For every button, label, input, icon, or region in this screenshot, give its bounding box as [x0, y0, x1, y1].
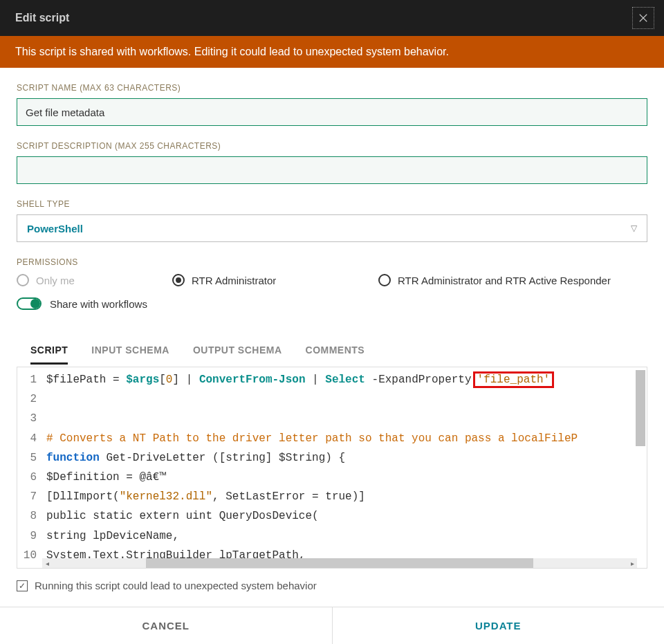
editor-code[interactable]: $filePath = $args[0] | ConvertFrom-Json … — [42, 367, 647, 568]
code-editor[interactable]: 1 2 3 4 5 6 7 8 9 10 $filePath = $args[0… — [17, 367, 647, 569]
editor-gutter: 1 2 3 4 5 6 7 8 9 10 — [17, 367, 42, 568]
modal-title: Edit script — [15, 12, 69, 24]
shell-type-label: SHELL TYPE — [17, 199, 647, 209]
confirm-label: Running this script could lead to unexpe… — [35, 580, 317, 591]
gutter-ln: 2 — [17, 389, 37, 409]
confirm-row: ✓ Running this script could lead to unex… — [17, 580, 647, 591]
gutter-ln: 8 — [17, 506, 37, 526]
radio-icon — [172, 274, 185, 286]
hscroll-thumb[interactable] — [146, 558, 533, 568]
modal-header: Edit script — [0, 0, 664, 36]
share-workflows-label: Share with workflows — [50, 298, 147, 310]
update-button[interactable]: UPDATE — [333, 607, 665, 644]
gutter-ln: 9 — [17, 526, 37, 546]
gutter-ln: 6 — [17, 468, 37, 487]
radio-rtr-admin-label: RTR Administrator — [192, 275, 276, 286]
script-name-label: SCRIPT NAME (MAX 63 CHARACTERS) — [17, 83, 647, 93]
cancel-button[interactable]: CANCEL — [0, 607, 333, 644]
gutter-ln: 4 — [17, 429, 37, 448]
field-script-description: SCRIPT DESCRIPTION (MAX 255 CHARACTERS) — [17, 141, 647, 184]
radio-icon — [378, 274, 391, 286]
code-line: string lpDeviceName, — [46, 526, 644, 546]
code-line — [46, 409, 644, 428]
code-line: [DllImport("kernel32.dll", SetLastError … — [46, 487, 644, 506]
highlight-file-path: 'file_path' — [473, 371, 555, 388]
radio-only-me-label: Only me — [36, 275, 75, 286]
horizontal-scrollbar[interactable]: ◂ ▸ — [42, 558, 637, 568]
script-name-input[interactable] — [17, 98, 647, 126]
code-line — [46, 389, 644, 409]
gutter-ln: 5 — [17, 448, 37, 468]
shell-type-select[interactable]: PowerShell ▽ — [17, 214, 647, 242]
tab-comments[interactable]: COMMENTS — [306, 344, 365, 365]
share-workflows-row: Share with workflows — [17, 297, 647, 310]
code-line: $filePath = $args[0] | ConvertFrom-Json … — [46, 370, 644, 389]
script-description-input[interactable] — [17, 156, 647, 184]
code-line: $Definition = @â€™ — [46, 468, 644, 487]
modal-footer: CANCEL UPDATE — [0, 607, 664, 644]
close-icon — [637, 12, 649, 24]
close-button[interactable] — [632, 7, 654, 29]
radio-only-me: Only me — [17, 274, 172, 286]
tab-input-schema[interactable]: INPUT SCHEMA — [91, 344, 169, 365]
code-line: public static extern uint QueryDosDevice… — [46, 506, 644, 526]
chevron-down-icon: ▽ — [631, 223, 637, 233]
tab-script[interactable]: SCRIPT — [30, 344, 68, 365]
permissions-label: PERMISSIONS — [17, 257, 647, 267]
shell-type-value: PowerShell — [27, 223, 83, 234]
form-body: SCRIPT NAME (MAX 63 CHARACTERS) SCRIPT D… — [0, 68, 664, 310]
tab-output-schema[interactable]: OUTPUT SCHEMA — [193, 344, 282, 365]
permissions-radios: Only me RTR Administrator RTR Administra… — [17, 274, 647, 286]
field-permissions: PERMISSIONS Only me RTR Administrator RT… — [17, 257, 647, 310]
scroll-left-icon[interactable]: ◂ — [42, 560, 52, 567]
radio-rtr-admin-active[interactable]: RTR Administrator and RTR Active Respond… — [378, 274, 611, 286]
radio-icon — [17, 274, 29, 286]
share-workflows-toggle[interactable] — [17, 297, 42, 310]
vertical-scrollbar[interactable] — [636, 370, 645, 446]
radio-rtr-admin[interactable]: RTR Administrator — [172, 274, 378, 286]
script-description-label: SCRIPT DESCRIPTION (MAX 255 CHARACTERS) — [17, 141, 647, 151]
warning-banner: This script is shared with workflows. Ed… — [0, 36, 664, 68]
code-line: function Get-DriveLetter ([string] $Stri… — [46, 448, 644, 468]
field-shell-type: SHELL TYPE PowerShell ▽ — [17, 199, 647, 242]
radio-rtr-admin-active-label: RTR Administrator and RTR Active Respond… — [398, 275, 611, 286]
gutter-ln: 10 — [17, 546, 37, 565]
editor-tabs: SCRIPT INPUT SCHEMA OUTPUT SCHEMA COMMEN… — [0, 325, 664, 365]
scroll-right-icon[interactable]: ▸ — [627, 560, 637, 567]
gutter-ln: 3 — [17, 409, 37, 428]
gutter-ln: 7 — [17, 487, 37, 506]
confirm-checkbox[interactable]: ✓ — [17, 580, 28, 591]
gutter-ln: 1 — [17, 370, 37, 389]
field-script-name: SCRIPT NAME (MAX 63 CHARACTERS) — [17, 83, 647, 126]
code-line: # Converts a NT Path to the driver lette… — [46, 429, 644, 448]
